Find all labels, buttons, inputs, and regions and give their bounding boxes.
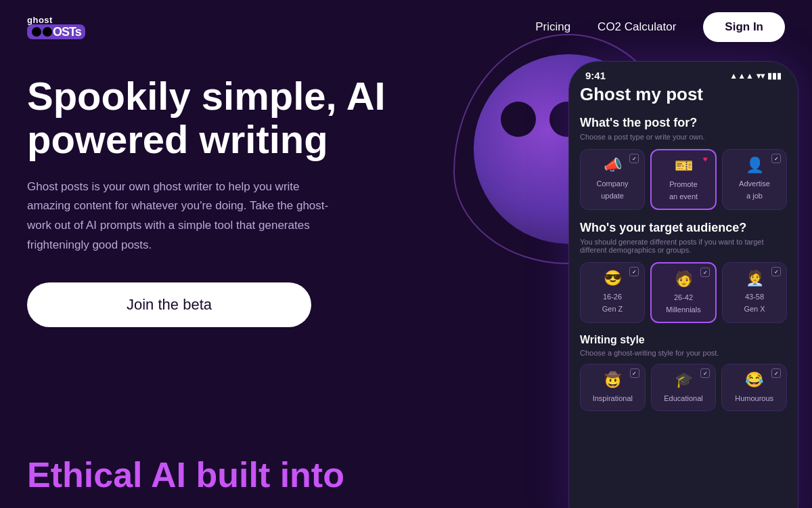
post-for-subtitle: Choose a post type or write your own. [580, 133, 787, 141]
card-event-heart-icon: ♥ [700, 154, 710, 164]
card-genx-check-icon: ✓ [771, 267, 781, 276]
hero-section: Spookily simple, AI powered writing Ghos… [0, 54, 812, 447]
status-time: 9:41 [585, 70, 606, 81]
logo[interactable]: ghost OSTs [27, 16, 85, 39]
card-promote-event[interactable]: ♥ 🎫 Promotean event [650, 149, 717, 210]
logo-posts-box: OSTs [27, 24, 85, 39]
card-millennials[interactable]: ✓ 🧑 26-42Millennials [650, 262, 717, 323]
status-icons: ▲▲▲ ▾▾ ▮▮▮ [729, 71, 782, 81]
card-inspo-label: Inspirational [593, 394, 633, 402]
card-company-label: Companyupdate [596, 179, 628, 200]
hero-left-content: Spookily simple, AI powered writing Ghos… [27, 68, 392, 327]
wifi-icon: ▾▾ [757, 71, 765, 81]
navigation: ghost OSTs Pricing CO2 Calculator Sign I… [0, 0, 812, 54]
card-company-update[interactable]: ✓ 📣 Companyupdate [580, 149, 645, 210]
ethical-section: Ethical AI built into [27, 456, 344, 494]
card-advertise-job[interactable]: ✓ 👤 Advertisea job [722, 149, 787, 210]
card-millennials-label: 26-42Millennials [666, 293, 700, 314]
logo-ghost-text: ghost [27, 16, 85, 24]
card-company-check-icon: ✓ [629, 154, 639, 163]
phone-container: 9:41 ▲▲▲ ▾▾ ▮▮▮ Ghost my post What's the… [514, 41, 798, 508]
writing-style-cards: ✓ 🤠 Inspirational ✓ 🎓 Educational ✓ 😂 Hu… [580, 364, 787, 411]
card-edu-label: Educational [664, 394, 703, 402]
card-gen-x[interactable]: ✓ 🧑‍💼 43-58Gen X [722, 262, 787, 323]
signal-icon: ▲▲▲ [729, 71, 754, 81]
card-humour-label: Humourous [735, 394, 773, 402]
writing-style-label: Writing style [580, 334, 787, 346]
card-genz-check-icon: ✓ [629, 267, 639, 276]
phone-main-title: Ghost my post [580, 84, 787, 105]
card-inspo-check-icon: ✓ [630, 368, 639, 378]
logo-posts-text: OSTs [53, 26, 81, 38]
card-genx-label: 43-58Gen X [744, 293, 765, 313]
logo-eye-left-icon [32, 27, 41, 37]
post-for-question: What's the post for? [580, 116, 787, 130]
card-humour-check-icon: ✓ [771, 368, 781, 378]
card-genz-label: 16-26Gen Z [602, 293, 623, 313]
phone-content: Ghost my post What's the post for? Choos… [569, 84, 798, 422]
ghost-eye-left [501, 102, 536, 137]
card-inspirational[interactable]: ✓ 🤠 Inspirational [580, 364, 646, 411]
card-job-label: Advertisea job [739, 179, 770, 200]
audience-subtitle: You should generate different posts if y… [580, 238, 787, 254]
audience-question: Who's your target audience? [580, 221, 787, 235]
card-millennials-check-icon: ✓ [700, 268, 710, 277]
card-job-check-icon: ✓ [771, 154, 781, 163]
nav-co2[interactable]: CO2 Calculator [597, 20, 676, 34]
battery-icon: ▮▮▮ [767, 71, 782, 81]
phone-status-bar: 9:41 ▲▲▲ ▾▾ ▮▮▮ [569, 62, 798, 84]
post-type-cards: ✓ 📣 Companyupdate ♥ 🎫 Promotean event ✓ … [580, 149, 787, 210]
card-gen-z[interactable]: ✓ 😎 16-26Gen Z [580, 262, 645, 323]
join-beta-button[interactable]: Join the beta [27, 282, 311, 327]
card-edu-check-icon: ✓ [700, 368, 710, 378]
writing-style-subtitle: Choose a ghost-writing style for your po… [580, 349, 787, 357]
card-event-label: Promotean event [669, 180, 698, 200]
phone-mockup: 9:41 ▲▲▲ ▾▾ ▮▮▮ Ghost my post What's the… [568, 61, 798, 508]
hero-title: Spookily simple, AI powered writing [27, 75, 392, 161]
audience-cards: ✓ 😎 16-26Gen Z ✓ 🧑 26-42Millennials ✓ 🧑‍… [580, 262, 787, 323]
card-humourous[interactable]: ✓ 😂 Humourous [721, 364, 787, 411]
nav-links: Pricing CO2 Calculator Sign In [535, 12, 785, 42]
ethical-title: Ethical AI built into [27, 456, 344, 494]
sign-in-button[interactable]: Sign In [703, 12, 785, 42]
nav-pricing[interactable]: Pricing [535, 20, 570, 34]
card-educational[interactable]: ✓ 🎓 Educational [651, 364, 717, 411]
hero-description: Ghost posts is your own ghost writer to … [27, 177, 338, 256]
logo-eye-right-icon [43, 27, 52, 37]
